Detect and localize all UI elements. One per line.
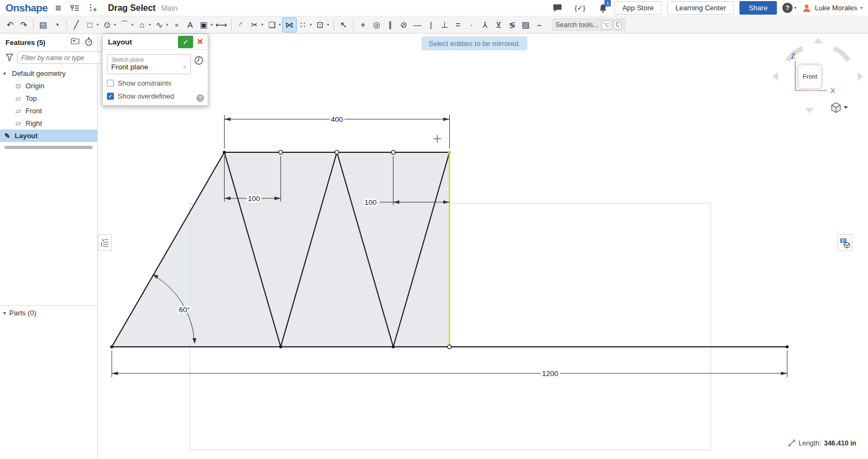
- workspace-name[interactable]: Main: [161, 4, 177, 12]
- filter-input[interactable]: [17, 51, 110, 64]
- view-options-button[interactable]: [832, 103, 848, 113]
- mirror-tool-button[interactable]: ⋈: [283, 18, 296, 32]
- perpendicular-constraint-button[interactable]: ⊥: [438, 18, 451, 32]
- chevron-down-icon[interactable]: ▾: [149, 22, 151, 27]
- dimension-value-60deg[interactable]: 60°: [179, 306, 190, 314]
- use-project-button[interactable]: ▣: [197, 18, 210, 32]
- rotate-right-arrow[interactable]: [858, 72, 863, 81]
- arc-tool-button[interactable]: ⌒: [118, 18, 131, 32]
- pierce-constraint-button[interactable]: ⊻: [492, 18, 506, 32]
- dimension-1200[interactable]: [112, 351, 787, 377]
- sketch-text-button[interactable]: A: [183, 18, 197, 32]
- search-tools-input[interactable]: Search tools... ⌥ C: [552, 18, 626, 31]
- vertex-point-open[interactable]: [391, 150, 395, 154]
- vertex-point[interactable]: [110, 345, 113, 348]
- learning-center-button[interactable]: Learning Center: [667, 1, 734, 15]
- clock-state-icon[interactable]: [194, 56, 203, 67]
- view-cube[interactable]: Front Z X: [770, 36, 865, 116]
- circle-tool-button[interactable]: ⊙: [100, 18, 114, 32]
- checkbox-checked[interactable]: ✓: [107, 93, 114, 100]
- vertex-point[interactable]: [392, 345, 395, 348]
- insert-new-item-icon[interactable]: [86, 3, 98, 14]
- tree-item-layout-sketch[interactable]: ✎ Layout: [0, 130, 97, 142]
- trim-tool-button[interactable]: ✂: [248, 18, 261, 32]
- clear-selection-icon[interactable]: ×: [182, 63, 187, 71]
- curvature-constraint-button[interactable]: ⌢: [533, 18, 546, 32]
- tree-item-default-geometry[interactable]: ▾ Default geometry: [0, 67, 97, 80]
- document-title[interactable]: Drag Select: [108, 3, 156, 13]
- show-constraints-checkbox[interactable]: Show constraints: [107, 79, 203, 87]
- rotate-down-arrow[interactable]: [805, 108, 814, 113]
- share-button[interactable]: Share: [739, 1, 777, 15]
- dimension-value-100-left[interactable]: 100: [248, 195, 260, 203]
- parallel-constraint-button[interactable]: ∥: [384, 18, 397, 32]
- filter-funnel-icon[interactable]: [5, 53, 14, 63]
- confirm-button[interactable]: ✓: [178, 36, 193, 48]
- spline-tool-button[interactable]: ∿: [152, 18, 166, 32]
- chevron-down-icon[interactable]: ▾: [327, 22, 329, 27]
- chevron-down-icon[interactable]: ▾: [97, 22, 99, 27]
- vertex-point-open[interactable]: [279, 150, 283, 154]
- parts-list-flyout-tab[interactable]: [838, 234, 852, 251]
- chevron-down-icon[interactable]: ▾: [310, 22, 312, 27]
- section-view-button[interactable]: ◔: [50, 18, 63, 32]
- chevron-down-icon[interactable]: ▾: [210, 22, 213, 27]
- undo-button[interactable]: ↶: [3, 18, 17, 32]
- rotate-up-arrow[interactable]: [814, 38, 822, 43]
- fix-constraint-button[interactable]: ▨: [519, 18, 533, 32]
- insert-dxf-button[interactable]: ⊡: [314, 18, 327, 32]
- feature-list-flyout-tab[interactable]: [98, 234, 112, 251]
- featurescript-icon[interactable]: {✓}: [574, 3, 586, 14]
- app-store-button[interactable]: App Store: [614, 1, 662, 15]
- chevron-down-icon[interactable]: ▾: [3, 70, 9, 76]
- dimension-tool-button[interactable]: ⟷: [214, 18, 228, 32]
- comments-icon[interactable]: [551, 3, 563, 14]
- front-face-button[interactable]: Front: [797, 64, 822, 90]
- rollback-bar[interactable]: [4, 146, 93, 149]
- dimension-value-400[interactable]: 400: [331, 115, 343, 124]
- onshape-logo[interactable]: Onshape: [5, 2, 48, 14]
- insert-folder-icon[interactable]: [71, 37, 80, 48]
- parts-header[interactable]: ▾ Parts (0): [0, 306, 97, 320]
- help-menu[interactable]: ? ▾: [782, 3, 796, 13]
- checkbox-unchecked[interactable]: [107, 80, 114, 87]
- notebook-button[interactable]: ▤: [36, 18, 50, 32]
- horizontal-constraint-button[interactable]: ―: [411, 18, 424, 32]
- tree-item-top-plane[interactable]: ▱ Top: [0, 92, 97, 105]
- chevron-down-icon[interactable]: ▾: [131, 22, 133, 27]
- pattern-tool-button[interactable]: ∷: [296, 18, 310, 32]
- user-menu[interactable]: Luke Morales ▾: [802, 3, 863, 13]
- dialog-help-icon[interactable]: ?: [196, 94, 204, 102]
- tree-item-origin[interactable]: ⊙ Origin: [0, 80, 97, 92]
- vertical-constraint-button[interactable]: |: [424, 18, 438, 32]
- chevron-down-icon[interactable]: ▾: [279, 22, 281, 27]
- vertex-point-open[interactable]: [448, 345, 451, 348]
- line-tool-button[interactable]: ╱: [69, 18, 83, 32]
- redo-button[interactable]: ↷: [17, 18, 30, 32]
- tree-item-right-plane[interactable]: ▱ Right: [0, 117, 97, 130]
- symmetric-constraint-button[interactable]: ≶: [506, 18, 519, 32]
- vertex-point[interactable]: [223, 151, 226, 154]
- dimension-value-1200[interactable]: 1200: [542, 370, 558, 378]
- vertex-point-open[interactable]: [335, 150, 339, 154]
- rotate-left-arrow[interactable]: [773, 72, 778, 81]
- point-tool-button[interactable]: ∘: [170, 18, 183, 32]
- rollback-history-icon[interactable]: [85, 37, 93, 48]
- cancel-button[interactable]: ✕: [196, 37, 203, 47]
- normal-constraint-button[interactable]: ⅄: [478, 18, 492, 32]
- equal-constraint-button[interactable]: =: [451, 18, 465, 32]
- tangent-constraint-button[interactable]: ⊘: [397, 18, 411, 32]
- polygon-tool-button[interactable]: ⌂: [135, 18, 149, 32]
- midpoint-constraint-button[interactable]: ∙: [465, 18, 478, 32]
- chevron-down-icon[interactable]: ▾: [114, 22, 116, 27]
- versions-branch-icon[interactable]: [69, 3, 81, 14]
- rectangle-tool-button[interactable]: □: [83, 18, 97, 32]
- sketch-plane-field[interactable]: Sketch plane Front plane ×: [107, 54, 191, 74]
- dimension-value-100-right[interactable]: 100: [365, 198, 377, 206]
- hamburger-menu-icon[interactable]: ≡: [55, 2, 61, 14]
- chevron-down-icon[interactable]: ▾: [3, 310, 6, 316]
- fillet-tool-button[interactable]: ◜: [234, 18, 248, 32]
- chevron-down-icon[interactable]: ▾: [261, 22, 264, 27]
- chevron-down-icon[interactable]: ▾: [166, 22, 168, 27]
- show-overdefined-checkbox[interactable]: ✓ Show overdefined: [107, 92, 203, 100]
